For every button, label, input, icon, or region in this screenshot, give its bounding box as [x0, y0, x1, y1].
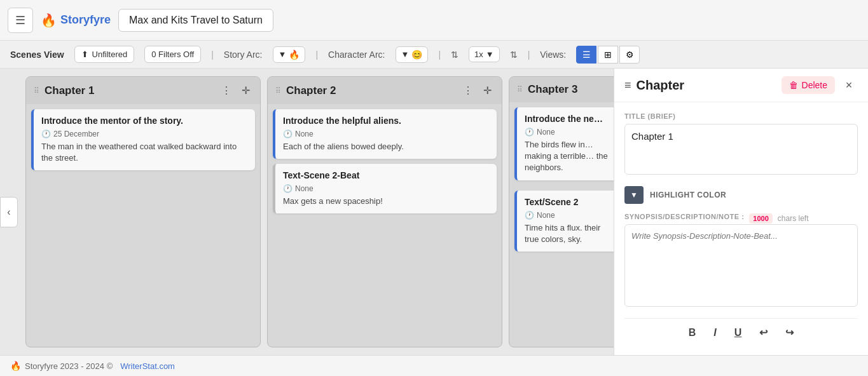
menu-button[interactable]: ☰	[8, 8, 33, 33]
chapter-1-actions: ⋮ ✛	[219, 83, 252, 98]
footer-flame-icon: 🔥	[10, 361, 21, 371]
main-area: ‹ ⠿ Chapter 1 ⋮ ✛ Introduce the ment	[0, 69, 868, 355]
scene-card[interactable]: Text/Scene 2 🕐 None Time hits a flux. th…	[514, 191, 614, 252]
scene-meta: 🕐 None	[283, 130, 489, 138]
unfiltered-button[interactable]: ⬆ Unfiltered	[74, 46, 135, 63]
chapter-1-body: Introduce the mentor of the story. 🕐 25 …	[26, 104, 260, 175]
scene-date: 25 December	[53, 130, 99, 138]
chars-after-label: chars left	[778, 214, 809, 223]
footer-text: Storyfyre 2023 - 2024 ©	[25, 361, 113, 371]
scene-title: Text/Scene 2	[525, 197, 610, 207]
filters-button[interactable]: 0 Filters Off	[144, 46, 201, 63]
footer-link[interactable]: WriterStat.com	[120, 361, 175, 371]
drag-handle-3-icon: ⠿	[517, 85, 523, 94]
unfiltered-label: Unfiltered	[92, 50, 128, 59]
scene-card[interactable]: Introduce the mentor of the story. 🕐 25 …	[31, 109, 255, 170]
chapter-1-add-button[interactable]: ✛	[239, 83, 252, 98]
brand-flame-icon: 🔥	[41, 13, 57, 28]
scene-card[interactable]: Text-Scene 2-Beat 🕐 None Max gets a new …	[273, 164, 497, 213]
scene-title: Introduce the helpful aliens.	[283, 116, 489, 126]
character-arc-select[interactable]: ▼ 😊	[396, 46, 429, 63]
zoom-chevron-icon: ▼	[486, 50, 494, 59]
trash-icon: 🗑	[789, 80, 798, 90]
highlight-color-row: ▼ HIGHLIGHT COLOR	[624, 186, 858, 204]
drag-handle-2-icon: ⠿	[275, 86, 281, 95]
view-buttons: ☰ ⊞ ⚙	[576, 46, 640, 64]
bold-button[interactable]: B	[685, 325, 700, 341]
scene-text: The birds flew in… making a terrible… th…	[525, 139, 610, 174]
navbar: ☰ 🔥 Storyfyre Max and Kits Travel to Sat…	[0, 0, 868, 41]
scene-card[interactable]: Introduce the helpful aliens. 🕐 None Eac…	[273, 109, 497, 159]
story-arc-select[interactable]: ▼ 🔥	[273, 46, 306, 63]
highlight-label: HIGHLIGHT COLOR	[650, 191, 726, 199]
scene-meta: 🕐 None	[525, 128, 610, 137]
synopsis-field-label: SYNOPSIS/DESCRIPTION/NOTE :	[624, 213, 744, 220]
scene-none-label: None	[295, 130, 313, 138]
chapter-3-title-area: ⠿ Chapter 3	[517, 83, 577, 96]
underline-button[interactable]: U	[731, 325, 746, 341]
brand-logo: 🔥 Storyfyre	[41, 13, 111, 28]
title-field-label: TITLE (brief)	[624, 112, 858, 120]
sort-icon: ⇅	[451, 50, 458, 60]
filters-label: 0 Filters Off	[151, 50, 194, 59]
back-button[interactable]: ‹	[0, 197, 18, 227]
scene-title: Text-Scene 2-Beat	[283, 170, 489, 180]
chapter-2-add-button[interactable]: ✛	[481, 83, 494, 98]
scene-card[interactable]: Introduce the ne… 🕐 None The birds flew …	[514, 107, 614, 180]
settings-view-button[interactable]: ⚙	[619, 46, 640, 64]
list-view-button[interactable]: ☰	[576, 46, 596, 64]
scene-text: The man in the weathered coat walked bac…	[41, 141, 247, 164]
highlight-toggle-button[interactable]: ▼	[624, 186, 644, 204]
chapter-2-body: Introduce the helpful aliens. 🕐 None Eac…	[268, 104, 502, 218]
scene-text: Time hits a flux. their true colors, sky…	[525, 222, 610, 245]
title-field-group: TITLE (brief) Chapter 1	[624, 112, 858, 177]
scene-text: Each of the aliens bowed deeply.	[283, 141, 489, 152]
zoom-select[interactable]: 1x ▼	[469, 46, 500, 62]
chapter-1-title-area: ⠿ Chapter 1	[34, 84, 94, 97]
scene-none-4-label: None	[537, 211, 555, 220]
undo-button[interactable]: ↩	[755, 324, 771, 341]
synopsis-field-group: SYNOPSIS/DESCRIPTION/NOTE : 1000 chars l…	[624, 213, 858, 309]
chapter-2-header: ⠿ Chapter 2 ⋮ ✛	[268, 77, 502, 104]
redo-button[interactable]: ↪	[782, 324, 797, 341]
zoom-value: 1x	[474, 50, 483, 59]
synopsis-label-row: SYNOPSIS/DESCRIPTION/NOTE : 1000 chars l…	[624, 213, 858, 224]
chapter-1-more-button[interactable]: ⋮	[219, 83, 234, 98]
separator-2: |	[315, 50, 318, 60]
sort-2-icon: ⇅	[510, 50, 518, 60]
right-panel-title: Chapter	[637, 78, 685, 93]
chapter-2-column: ⠿ Chapter 2 ⋮ ✛ Introduce the helpful al…	[267, 76, 502, 347]
scene-text: Max gets a new spaceship!	[283, 196, 489, 207]
chapter-2-more-button[interactable]: ⋮	[460, 83, 476, 98]
grid-view-button[interactable]: ⊞	[598, 46, 618, 64]
italic-button[interactable]: I	[710, 325, 720, 341]
clock-icon: 🕐	[525, 128, 534, 137]
flame-arc-icon: 🔥	[289, 50, 300, 60]
rp-header-actions: 🗑 Delete ×	[782, 76, 858, 94]
chapter-3-body: Introduce the ne… 🕐 None The birds flew …	[509, 102, 614, 257]
clock-icon: 🕐	[283, 130, 293, 138]
drag-handle-icon: ⠿	[34, 86, 39, 95]
delete-button[interactable]: 🗑 Delete	[782, 76, 835, 94]
project-title[interactable]: Max and Kits Travel to Saturn	[118, 9, 273, 32]
scene-meta: 🕐 None	[525, 211, 610, 220]
left-panel: ‹ ⠿ Chapter 1 ⋮ ✛ Introduce the ment	[0, 69, 614, 355]
clock-icon: 🕐	[525, 211, 534, 220]
brand-name: Storyfyre	[60, 13, 111, 27]
right-panel: ≡ Chapter 🗑 Delete × TITLE (brief) Chapt…	[614, 69, 868, 355]
scene-meta: 🕐 25 December	[41, 130, 247, 138]
separator-4: |	[528, 50, 530, 60]
chars-left-badge: 1000	[749, 213, 772, 224]
scenes-view-label: Scenes View	[10, 50, 64, 60]
chevron-down-3-icon: ▼	[630, 191, 638, 199]
person-arc-icon: 😊	[411, 50, 422, 60]
chapter-1-header: ⠿ Chapter 1 ⋮ ✛	[26, 77, 260, 104]
rp-title-area: ≡ Chapter	[624, 78, 684, 93]
right-panel-body: TITLE (brief) Chapter 1 ▼ HIGHLIGHT COLO…	[614, 102, 868, 355]
close-button[interactable]: ×	[840, 76, 858, 94]
title-input[interactable]: Chapter 1	[624, 124, 858, 175]
synopsis-input[interactable]	[624, 224, 858, 307]
chevron-down-2-icon: ▼	[401, 50, 410, 59]
chapter-2-title: Chapter 2	[286, 84, 336, 97]
story-arc-label: Story Arc:	[224, 50, 263, 60]
